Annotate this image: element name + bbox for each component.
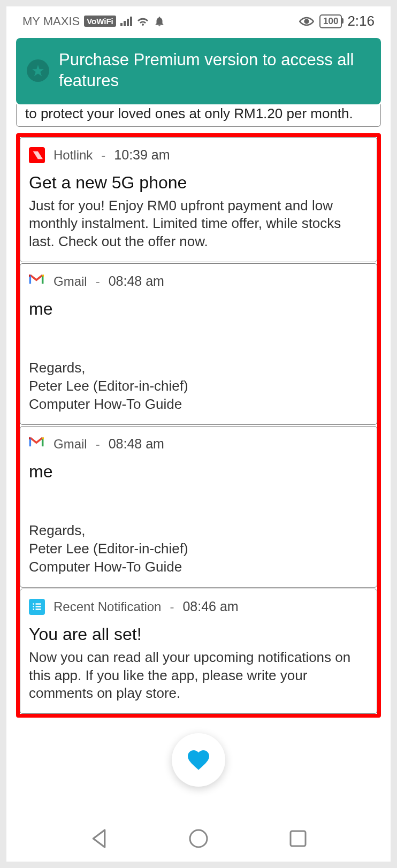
- partial-notification-row: to protect your loved ones at only RM1.2…: [16, 104, 381, 127]
- notification-title: You are all set!: [29, 625, 368, 644]
- notification-title: me: [29, 299, 368, 319]
- svg-rect-6: [36, 608, 41, 610]
- hotlink-icon: [29, 147, 45, 163]
- eye-icon: [299, 16, 314, 27]
- recent-notification-icon: [29, 599, 45, 615]
- premium-banner[interactable]: Purchase Premium version to access all f…: [16, 38, 381, 104]
- star-icon: [27, 59, 49, 82]
- notification-body: Just for you! Enjoy RM0 upfront payment …: [29, 197, 368, 251]
- svg-rect-8: [291, 831, 306, 846]
- notification-header: Recent Notification - 08:46 am: [29, 599, 368, 615]
- notification-body: Regards, Peter Lee (Editor-in-chief) Com…: [29, 323, 368, 414]
- svg-rect-3: [33, 606, 35, 607]
- notification-time: 08:46 am: [182, 599, 238, 614]
- nav-bar: [6, 826, 391, 851]
- recent-apps-button[interactable]: [286, 826, 310, 851]
- carrier-label: MY MAXIS: [22, 14, 80, 28]
- vowifi-badge: VoWiFi: [84, 16, 116, 27]
- notification-card[interactable]: Gmail - 08:48 am me Regards, Peter Lee (…: [20, 426, 377, 588]
- svg-rect-5: [33, 608, 35, 610]
- notification-body: Regards, Peter Lee (Editor-in-chief) Com…: [29, 486, 368, 576]
- notification-header: Gmail - 08:48 am: [29, 436, 368, 452]
- notification-card[interactable]: Hotlink - 10:39 am Get a new 5G phone Ju…: [20, 137, 377, 262]
- back-button[interactable]: [87, 826, 111, 851]
- gmail-icon: [29, 273, 45, 290]
- svg-point-0: [305, 19, 309, 23]
- battery-icon: 100: [319, 14, 342, 28]
- svg-point-7: [190, 830, 207, 847]
- premium-text: Purchase Premium version to access all f…: [59, 50, 370, 92]
- app-name: Hotlink: [54, 148, 93, 163]
- separator: -: [101, 148, 105, 163]
- notification-card[interactable]: Recent Notification - 08:46 am You are a…: [20, 589, 377, 714]
- status-bar: MY MAXIS VoWiFi 100 2:16: [6, 6, 391, 34]
- heart-icon: [186, 747, 211, 773]
- notification-header: Gmail - 08:48 am: [29, 273, 368, 290]
- separator: -: [96, 437, 100, 452]
- status-right: 100 2:16: [299, 13, 375, 29]
- notification-title: Get a new 5G phone: [29, 173, 368, 193]
- wifi-icon: [136, 15, 149, 28]
- svg-rect-4: [36, 606, 41, 607]
- gmail-icon: [29, 436, 45, 452]
- app-name: Recent Notification: [54, 599, 161, 614]
- home-button[interactable]: [186, 826, 211, 851]
- svg-rect-2: [36, 603, 41, 605]
- notification-header: Hotlink - 10:39 am: [29, 147, 368, 163]
- signal-icon: [120, 17, 132, 26]
- bell-icon: [154, 16, 165, 27]
- app-name: Gmail: [54, 274, 87, 289]
- notification-body: Now you can read all your upcoming notif…: [29, 649, 368, 703]
- status-left: MY MAXIS VoWiFi: [22, 14, 165, 28]
- notification-title: me: [29, 462, 368, 482]
- battery-level: 100: [323, 16, 338, 26]
- separator: -: [96, 274, 100, 289]
- notification-time: 08:48 am: [109, 273, 164, 289]
- favorite-fab[interactable]: [172, 733, 225, 787]
- notification-time: 10:39 am: [114, 147, 170, 163]
- notification-time: 08:48 am: [109, 436, 164, 452]
- svg-rect-1: [33, 603, 35, 605]
- notification-card[interactable]: Gmail - 08:48 am me Regards, Peter Lee (…: [20, 263, 377, 425]
- highlight-box: Hotlink - 10:39 am Get a new 5G phone Ju…: [16, 133, 381, 718]
- clock: 2:16: [347, 13, 375, 29]
- app-name: Gmail: [54, 437, 87, 452]
- separator: -: [170, 599, 174, 614]
